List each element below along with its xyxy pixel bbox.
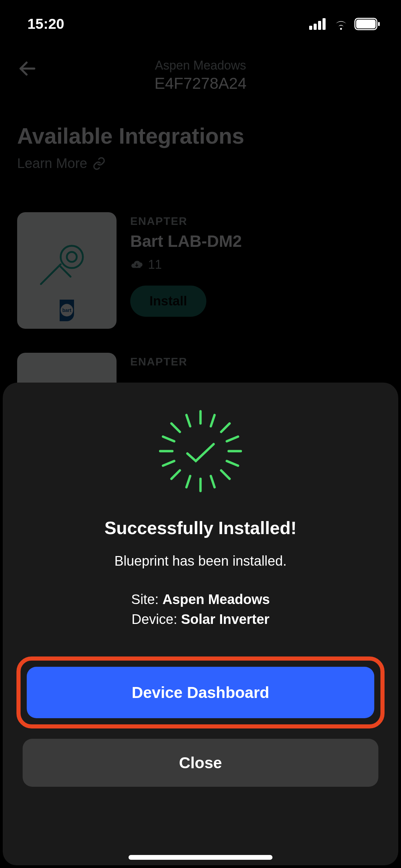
gauge-icon xyxy=(36,240,98,301)
integration-thumbnail: bart xyxy=(17,212,117,329)
svg-line-20 xyxy=(186,415,190,426)
header-site-name: Aspen Meadows xyxy=(155,58,247,73)
site-label: Site: xyxy=(131,592,162,607)
bart-logo-icon: bart xyxy=(55,297,79,321)
integration-card[interactable]: ENAPTER xyxy=(17,353,384,387)
svg-text:bart: bart xyxy=(62,308,72,313)
svg-line-23 xyxy=(211,476,215,487)
install-button[interactable]: Install xyxy=(130,286,206,317)
page-title: Available Integrations xyxy=(17,123,384,149)
svg-line-21 xyxy=(211,415,215,426)
svg-line-22 xyxy=(186,476,190,487)
link-icon xyxy=(92,157,106,170)
device-dashboard-button[interactable]: Device Dashboard xyxy=(27,667,374,718)
close-button[interactable]: Close xyxy=(23,739,378,787)
integration-card[interactable]: bart ENAPTER Bart LAB-DM2 11 Install xyxy=(17,212,384,329)
svg-point-2 xyxy=(67,252,77,262)
learn-more-label: Learn More xyxy=(17,156,87,171)
download-count: 11 xyxy=(148,257,162,272)
highlight-annotation: Device Dashboard xyxy=(16,656,385,728)
modal-subtitle: Blueprint has been installed. xyxy=(114,553,287,569)
learn-more-link[interactable]: Learn More xyxy=(17,156,384,171)
device-dashboard-label: Device Dashboard xyxy=(132,683,269,702)
install-button-label: Install xyxy=(149,294,187,309)
svg-line-18 xyxy=(221,423,230,432)
modal-details: Site: Aspen Meadows Device: Solar Invert… xyxy=(131,589,270,629)
header-device-id: E4F7278A24 xyxy=(155,74,247,93)
success-burst-icon xyxy=(153,407,248,497)
back-arrow-icon xyxy=(17,58,38,79)
integration-vendor: ENAPTER xyxy=(130,355,384,368)
device-label: Device: xyxy=(132,612,181,627)
integration-downloads: 11 xyxy=(130,257,384,272)
svg-line-17 xyxy=(221,470,230,479)
success-modal: Successfully Installed! Blueprint has be… xyxy=(3,383,398,865)
svg-point-1 xyxy=(61,246,83,268)
modal-title: Successfully Installed! xyxy=(105,518,297,538)
close-button-label: Close xyxy=(179,754,222,772)
download-cloud-icon xyxy=(130,258,143,271)
device-value: Solar Inverter xyxy=(181,612,269,627)
integration-thumbnail xyxy=(17,353,117,387)
home-indicator[interactable] xyxy=(129,855,272,860)
back-button[interactable] xyxy=(17,58,38,80)
integration-title: Bart LAB-DM2 xyxy=(130,232,384,251)
svg-line-27 xyxy=(227,461,238,466)
svg-line-19 xyxy=(171,470,180,479)
svg-line-16 xyxy=(171,423,180,432)
svg-line-26 xyxy=(163,461,174,466)
header: Aspen Meadows E4F7278A24 xyxy=(17,55,384,96)
svg-line-25 xyxy=(227,437,238,442)
svg-line-24 xyxy=(163,437,174,442)
site-value: Aspen Meadows xyxy=(162,592,270,607)
integration-vendor: ENAPTER xyxy=(130,215,384,228)
